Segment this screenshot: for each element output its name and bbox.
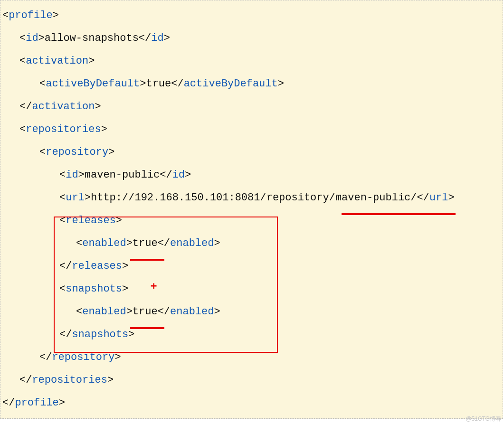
- code-line: <repositories>: [2, 118, 501, 141]
- code-line: <id>maven-public</id>: [2, 164, 501, 187]
- code-line: <url>http://192.168.150.101:8081/reposit…: [2, 187, 501, 209]
- watermark-text: @51CTO博客: [466, 415, 501, 423]
- code-line: <enabled>true</enabled>: [2, 301, 501, 323]
- code-line: </snapshots>: [2, 323, 501, 346]
- code-line: </repository>: [2, 346, 501, 369]
- code-line: <activeByDefault>true</activeByDefault>: [2, 73, 501, 95]
- code-block: <profile> <id>allow-snapshots</id> <acti…: [0, 0, 503, 419]
- code-line: </repositories>: [2, 369, 501, 392]
- code-line: </activation>: [2, 95, 501, 118]
- code-line: <profile>: [2, 4, 501, 27]
- code-line: </profile>: [2, 392, 501, 415]
- code-line: <activation>: [2, 50, 501, 73]
- code-line: <enabled>true</enabled>: [2, 232, 501, 255]
- code-line: <snapshots>: [2, 278, 501, 301]
- code-line: </releases>: [2, 255, 501, 278]
- code-line: <id>allow-snapshots</id>: [2, 27, 501, 50]
- code-line: <repository>: [2, 141, 501, 164]
- code-line: <releases>: [2, 209, 501, 232]
